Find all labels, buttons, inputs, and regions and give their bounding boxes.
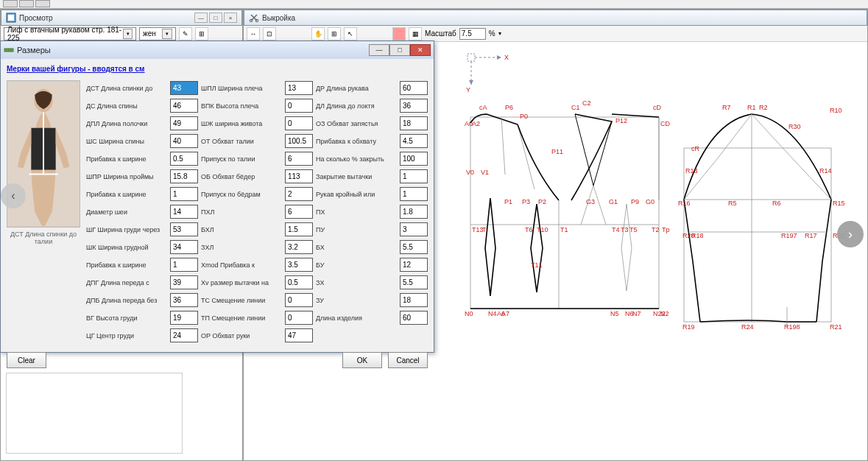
gender-select[interactable]: жен ▾ — [139, 27, 176, 41]
svg-text:R7: R7 — [722, 104, 731, 111]
dialog-titlebar[interactable]: Размеры — □ ✕ — [1, 41, 434, 59]
measurement-input[interactable] — [285, 293, 313, 307]
svg-text:P3: P3 — [522, 198, 530, 205]
field-row: ДС Длина спины — [86, 98, 198, 113]
measurement-input[interactable] — [285, 328, 313, 342]
scale-input[interactable] — [459, 28, 486, 40]
measurement-input[interactable] — [285, 240, 313, 254]
measurement-input[interactable] — [400, 222, 428, 236]
measurement-input[interactable] — [400, 240, 428, 254]
field-label: ЗХЛ — [201, 244, 283, 251]
tool-button[interactable]: ↔ — [247, 27, 260, 41]
field-row: БХ — [316, 239, 428, 255]
dialog-icon — [4, 45, 14, 55]
next-arrow-icon[interactable]: › — [837, 221, 864, 247]
pointer-tool-icon[interactable]: ↖ — [344, 27, 357, 41]
cancel-button[interactable]: Cancel — [388, 352, 428, 368]
measurement-input[interactable] — [170, 81, 198, 95]
measurement-input[interactable] — [285, 152, 313, 166]
measurement-input[interactable] — [400, 81, 428, 95]
measurement-input[interactable] — [170, 275, 198, 289]
scissors-icon — [249, 13, 259, 23]
tool-button[interactable]: ⊞ — [195, 27, 208, 41]
svg-text:P0: P0 — [520, 113, 528, 120]
close-icon[interactable]: ✕ — [410, 44, 431, 56]
measurement-input[interactable] — [400, 169, 428, 183]
measurement-input[interactable] — [400, 134, 428, 148]
tool-button[interactable]: ⊡ — [263, 27, 276, 41]
measurement-input[interactable] — [170, 169, 198, 183]
preview-window-controls: — □ × — [194, 13, 237, 23]
measurement-input[interactable] — [170, 99, 198, 113]
svg-text:T10: T10 — [537, 226, 548, 233]
field-label: ТС Смещение линии — [201, 297, 283, 304]
field-label: ВПК Высота плеча — [201, 102, 283, 110]
sleeve-svg: R7 R1R2 R30 R10 cR R13 R14 R16 R5 R6 R15… — [678, 99, 847, 342]
tool-button[interactable]: ✎ — [179, 27, 192, 41]
pattern-panel-header[interactable]: Выкройка — [244, 10, 867, 26]
svg-text:R21: R21 — [830, 323, 842, 331]
svg-text:G3: G3 — [586, 198, 595, 205]
tool-button[interactable]: ⊞ — [328, 27, 341, 41]
maximize-icon[interactable]: □ — [389, 44, 410, 56]
svg-text:R16: R16 — [678, 200, 691, 207]
measurement-input[interactable] — [170, 240, 198, 254]
measurement-input[interactable] — [170, 187, 198, 201]
close-icon[interactable]: × — [224, 13, 237, 23]
field-row: ТП Смещение линии — [201, 310, 313, 325]
measurement-input[interactable] — [400, 116, 428, 130]
ok-button[interactable]: OK — [342, 352, 382, 368]
field-row: ТС Смещение линии — [201, 292, 313, 308]
preview-panel-header[interactable]: Просмотр — □ × — [1, 10, 242, 26]
measurement-input[interactable] — [285, 311, 313, 325]
measurement-input[interactable] — [285, 99, 313, 113]
svg-text:A7: A7 — [501, 310, 509, 317]
measurement-input[interactable] — [285, 205, 313, 219]
minimize-icon[interactable]: — — [194, 13, 208, 23]
field-row: ПХЛ — [201, 204, 313, 219]
measurement-input[interactable] — [170, 293, 198, 307]
measurement-input[interactable] — [400, 187, 428, 201]
measurement-input[interactable] — [400, 205, 428, 219]
measurement-input[interactable] — [285, 258, 313, 272]
toolbar-button[interactable] — [19, 0, 34, 7]
measurement-input[interactable] — [400, 99, 428, 113]
color-tool-icon[interactable] — [392, 27, 406, 41]
maximize-icon[interactable]: □ — [209, 13, 222, 23]
field-label: Закрытие вытачки — [316, 173, 398, 180]
measurement-input[interactable] — [170, 134, 198, 148]
hint-link[interactable]: Мерки вашей фигуры - вводятся в см — [7, 65, 428, 73]
measurement-input[interactable] — [170, 152, 198, 166]
measurement-input[interactable] — [400, 258, 428, 272]
measurement-input[interactable] — [285, 134, 313, 148]
measurement-input[interactable] — [400, 152, 428, 166]
measurement-input[interactable] — [285, 275, 313, 289]
measurement-input[interactable] — [170, 116, 198, 130]
measurement-input[interactable] — [170, 258, 198, 272]
measurement-input[interactable] — [285, 169, 313, 183]
measurement-input[interactable] — [285, 116, 313, 130]
toolbar-button[interactable] — [3, 0, 18, 7]
minimize-icon[interactable]: — — [369, 44, 389, 56]
tool-button[interactable]: ▦ — [409, 27, 422, 41]
svg-text:P12: P12 — [615, 117, 627, 124]
prev-photo-icon[interactable]: ‹ — [1, 183, 26, 208]
measurement-input[interactable] — [170, 205, 198, 219]
measurement-input[interactable] — [285, 222, 313, 236]
toolbar-button[interactable] — [35, 0, 50, 7]
svg-text:T11: T11 — [531, 261, 543, 269]
clear-button[interactable]: Clear — [7, 352, 46, 368]
measurement-input[interactable] — [285, 81, 313, 95]
measurement-input[interactable] — [170, 311, 198, 325]
pattern-toolbar: ↔ ⊡ ✋ ⊞ ↖ ▦ Масштаб % ▾ — [244, 26, 867, 42]
measurement-input[interactable] — [170, 222, 198, 236]
measurement-input[interactable] — [400, 311, 428, 325]
measurement-input[interactable] — [285, 187, 313, 201]
chevron-down-icon[interactable]: ▾ — [498, 30, 501, 37]
measurement-input[interactable] — [170, 328, 198, 342]
svg-text:R10: R10 — [830, 107, 842, 114]
measurement-input[interactable] — [400, 275, 428, 289]
hand-tool-icon[interactable]: ✋ — [311, 27, 325, 41]
pattern-select[interactable]: Лиф с втачным рукавом стр. 181-225 ▾ — [4, 27, 136, 41]
measurement-input[interactable] — [400, 293, 428, 307]
